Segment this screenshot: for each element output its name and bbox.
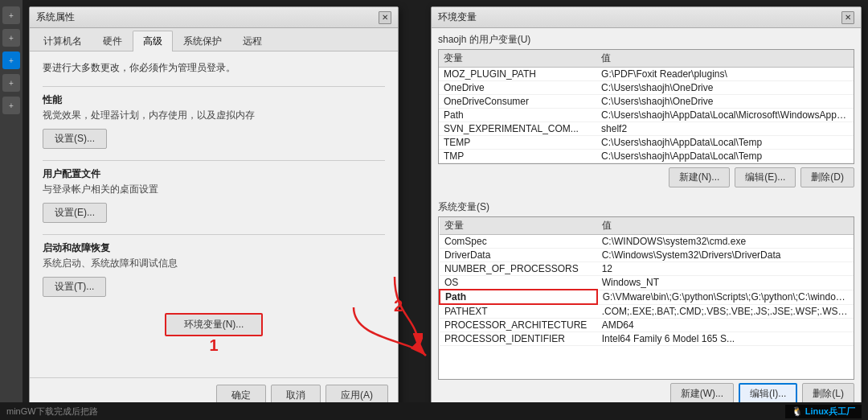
user-var-value: shelf2 <box>596 122 854 136</box>
user-var-value: C:\Users\shaojh\OneDrive <box>596 95 854 109</box>
sys-var-value: Windows_NT <box>597 276 854 290</box>
env-variables-button[interactable]: 环境变量(N)... <box>165 313 264 336</box>
env-title: 环境变量 <box>438 10 477 24</box>
sys-var-row[interactable]: PROCESSOR_ARCHITECTUREAMD64 <box>440 319 854 332</box>
user-edit-button[interactable]: 编辑(E)... <box>735 167 796 187</box>
bottom-bar: minGW下载完成后把路 🐧 Linux兵工厂 <box>0 402 868 420</box>
sidebar-icon-5[interactable]: + <box>2 97 20 114</box>
sys-var-value: 12 <box>597 262 854 276</box>
user-var-name: OneDrive <box>439 81 596 95</box>
tab-remote[interactable]: 远程 <box>232 31 272 51</box>
performance-title: 性能 <box>43 93 385 107</box>
sys-var-name: NUMBER_OF_PROCESSORS <box>440 262 597 276</box>
system-vars-section: 系统变量(S) 变量 值 ComSpecC:\WINDOWS\system32\… <box>432 196 861 413</box>
user-profile-section: 用户配置文件 与登录帐户相关的桌面设置 设置(E)... <box>43 160 385 223</box>
env-titlebar: 环境变量 ✕ <box>432 7 861 28</box>
sys-var-name: PROCESSOR_IDENTIFIER <box>440 332 597 346</box>
sys-var-value: .COM;.EXE;.BAT;.CMD;.VBS;.VBE;.JS;.JSE;.… <box>597 304 854 319</box>
user-var-row[interactable]: TEMPC:\Users\shaojh\AppData\Local\Temp <box>439 136 854 150</box>
sys-var-row[interactable]: OSWindows_NT <box>440 276 854 290</box>
sys-var-row[interactable]: DriverDataC:\Windows\System32\Drivers\Dr… <box>440 249 854 262</box>
bottom-text: minGW下载完成后把路 <box>6 406 98 418</box>
sys-var-name: Path <box>440 290 597 304</box>
sys-edit-button[interactable]: 编辑(I)... <box>739 383 797 405</box>
performance-desc: 视觉效果，处理器计划，内存使用，以及虚拟内存 <box>43 109 385 122</box>
user-var-value: C:\Users\shaojh\AppData\Local\Microsoft\… <box>596 109 854 122</box>
user-profile-settings-button[interactable]: 设置(E)... <box>43 203 107 223</box>
sysprop-content: 要进行大多数更改，你必须作为管理员登录。 性能 视觉效果，处理器计划，内存使用，… <box>30 51 398 377</box>
main-content: 系统属性 ✕ 计算机名 硬件 高级 系统保护 远程 要进行大多数更改，你必须作为… <box>23 0 868 420</box>
notice-text: 要进行大多数更改，你必须作为管理员登录。 <box>43 61 385 75</box>
watermark-icon: 🐧 <box>792 406 803 417</box>
watermark-logo: Linux兵工厂 <box>805 406 855 418</box>
sys-var-name: PATHEXT <box>440 304 597 319</box>
user-var-name: SVN_EXPERIMENTAL_COM... <box>439 122 596 136</box>
tabs-bar: 计算机名 硬件 高级 系统保护 远程 <box>30 28 398 51</box>
user-var-name: Path <box>439 109 596 122</box>
user-vars-buttons: 新建(N)... 编辑(E)... 删除(D) <box>438 164 854 191</box>
user-var-value: G:\PDF\Foxit Reader\plugins\ <box>596 68 854 81</box>
system-vars-label: 系统变量(S) <box>438 200 854 214</box>
sys-var-col-header: 变量 <box>440 217 597 235</box>
user-var-value: C:\Users\shaojh\OneDrive <box>596 81 854 95</box>
sys-var-name: ComSpec <box>440 235 597 249</box>
tab-computer-name[interactable]: 计算机名 <box>33 31 92 51</box>
step-number-1: 1 <box>209 336 218 355</box>
sys-var-row[interactable]: ComSpecC:\WINDOWS\system32\cmd.exe <box>440 235 854 249</box>
env-btn-wrapper: 环境变量(N)... 1 <box>43 313 385 355</box>
sidebar-icon-2[interactable]: + <box>2 29 20 47</box>
user-var-row[interactable]: TMPC:\Users\shaojh\AppData\Local\Temp <box>439 150 854 163</box>
sys-var-value: AMD64 <box>597 319 854 332</box>
user-var-row[interactable]: SVN_EXPERIMENTAL_COM...shelf2 <box>439 122 854 136</box>
system-vars-table[interactable]: 变量 值 ComSpecC:\WINDOWS\system32\cmd.exeD… <box>438 216 854 380</box>
env-dialog: 环境变量 ✕ shaojh 的用户变量(U) 变量 值 MOZ_PLUGIN_P… <box>431 6 862 414</box>
env-close-button[interactable]: ✕ <box>841 11 854 24</box>
sys-var-row[interactable]: PATHEXT.COM;.EXE;.BAT;.CMD;.VBS;.VBE;.JS… <box>440 304 854 319</box>
performance-settings-button[interactable]: 设置(S)... <box>43 129 107 149</box>
sys-var-row[interactable]: PROCESSOR_IDENTIFIERIntel64 Family 6 Mod… <box>440 332 854 346</box>
user-new-button[interactable]: 新建(N)... <box>669 167 731 187</box>
sys-var-name: PROCESSOR_ARCHITECTURE <box>440 319 597 332</box>
user-profile-title: 用户配置文件 <box>43 167 385 181</box>
sidebar-icon-4[interactable]: + <box>2 74 20 92</box>
sidebar-icon-3[interactable]: + <box>2 51 20 69</box>
user-var-row[interactable]: PathC:\Users\shaojh\AppData\Local\Micros… <box>439 109 854 122</box>
sys-var-row[interactable]: PathG:\VMware\bin\;G:\python\Scripts\;G:… <box>440 290 854 304</box>
sys-var-value: C:\WINDOWS\system32\cmd.exe <box>597 235 854 249</box>
user-var-col-header: 变量 <box>439 50 596 68</box>
user-var-name: OneDriveConsumer <box>439 95 596 109</box>
user-vars-table[interactable]: 变量 值 MOZ_PLUGIN_PATHG:\PDF\Foxit Reader\… <box>438 49 854 164</box>
user-var-row[interactable]: MOZ_PLUGIN_PATHG:\PDF\Foxit Reader\plugi… <box>439 68 854 81</box>
sysprop-title: 系统属性 <box>36 10 75 24</box>
sys-var-name: DriverData <box>440 249 597 262</box>
tab-system-protection[interactable]: 系统保护 <box>173 31 232 51</box>
user-delete-button[interactable]: 删除(D) <box>800 167 854 187</box>
startup-desc: 系统启动、系统故障和调试信息 <box>43 257 385 270</box>
sys-delete-button[interactable]: 删除(L) <box>802 383 854 405</box>
user-var-value: C:\Users\shaojh\AppData\Local\Temp <box>596 150 854 163</box>
user-vars-section: shaojh 的用户变量(U) 变量 值 MOZ_PLUGIN_PATHG:\P… <box>432 28 861 196</box>
sysprop-titlebar: 系统属性 ✕ <box>30 7 398 28</box>
sidebar-icon-1[interactable]: + <box>2 6 20 24</box>
user-var-row[interactable]: OneDriveConsumerC:\Users\shaojh\OneDrive <box>439 95 854 109</box>
sys-val-col-header: 值 <box>597 217 854 235</box>
startup-settings-button[interactable]: 设置(T)... <box>43 277 106 297</box>
user-var-row[interactable]: OneDriveC:\Users\shaojh\OneDrive <box>439 81 854 95</box>
sysprop-dialog: 系统属性 ✕ 计算机名 硬件 高级 系统保护 远程 要进行大多数更改，你必须作为… <box>29 6 399 414</box>
sys-var-value: C:\Windows\System32\Drivers\DriverData <box>597 249 854 262</box>
performance-section: 性能 视觉效果，处理器计划，内存使用，以及虚拟内存 设置(S)... <box>43 86 385 149</box>
user-vars-label: shaojh 的用户变量(U) <box>438 33 854 47</box>
startup-title: 启动和故障恢复 <box>43 241 385 255</box>
tab-hardware[interactable]: 硬件 <box>92 31 133 51</box>
sysprop-close-button[interactable]: ✕ <box>379 11 391 24</box>
tab-advanced[interactable]: 高级 <box>133 31 173 51</box>
user-val-col-header: 值 <box>596 50 854 68</box>
sys-var-value: G:\VMware\bin\;G:\python\Scripts\;G:\pyt… <box>597 290 854 304</box>
sys-var-row[interactable]: NUMBER_OF_PROCESSORS12 <box>440 262 854 276</box>
user-var-value: C:\Users\shaojh\AppData\Local\Temp <box>596 136 854 150</box>
user-var-name: TEMP <box>439 136 596 150</box>
user-var-name: MOZ_PLUGIN_PATH <box>439 68 596 81</box>
user-var-name: TMP <box>439 150 596 163</box>
user-profile-desc: 与登录帐户相关的桌面设置 <box>43 183 385 196</box>
sys-new-button[interactable]: 新建(W)... <box>670 383 734 405</box>
